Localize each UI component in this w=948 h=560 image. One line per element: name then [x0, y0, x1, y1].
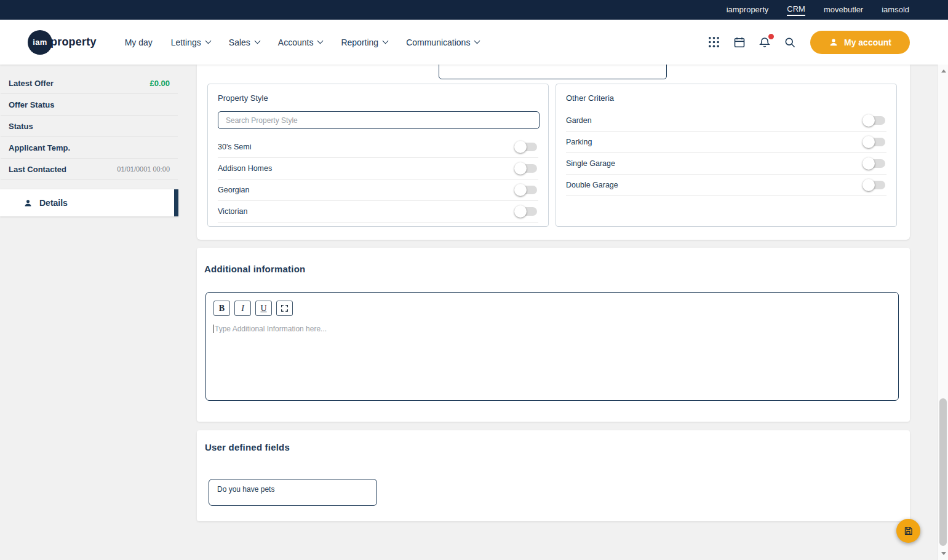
criteria-card: Property Style 30's Semi Addison Homes G… [197, 65, 910, 240]
toggle-switch[interactable] [516, 186, 537, 194]
toggle-knob [514, 141, 527, 153]
underline-button[interactable]: U [255, 301, 272, 316]
property-style-option-row: Georgian [218, 179, 538, 201]
toggle-switch[interactable] [864, 116, 885, 125]
notifications-bell-icon[interactable] [758, 36, 771, 49]
save-icon [903, 526, 914, 536]
nav-label: Communications [406, 37, 470, 47]
toggle-switch[interactable] [516, 164, 537, 173]
my-account-label: My account [844, 37, 891, 47]
person-icon [829, 37, 838, 47]
nav-label: Sales [229, 37, 250, 47]
topbar-link-crm[interactable]: CRM [787, 4, 805, 16]
option-label: Single Garage [566, 159, 615, 168]
property-style-option-row: Addison Homes [218, 158, 538, 179]
sidebar: Latest Offer £0.00 Offer Status Status A… [0, 65, 178, 560]
save-fab-button[interactable] [896, 519, 920, 543]
apps-grid-icon[interactable] [707, 36, 721, 49]
field-label: Applicant Temp. [9, 143, 70, 152]
nav-accounts[interactable]: Accounts [278, 37, 323, 47]
property-style-option-row: Victorian [218, 201, 538, 223]
user-defined-fields-card: User defined fields Do you have pets [197, 430, 910, 521]
fullscreen-icon [281, 304, 289, 312]
notification-badge [767, 33, 775, 41]
toggle-knob [862, 136, 875, 148]
fullscreen-button[interactable] [276, 301, 293, 316]
option-label: Parking [566, 138, 592, 146]
nav-label: Accounts [278, 37, 314, 47]
details-label: Details [39, 198, 68, 208]
property-style-search-input[interactable] [218, 111, 540, 129]
nav-communications[interactable]: Communications [406, 37, 479, 47]
cutoff-search-input[interactable] [439, 65, 667, 79]
nav-lettings[interactable]: Lettings [171, 37, 210, 47]
sidebar-field-applicant-temp: Applicant Temp. [1, 137, 178, 159]
topbar-link-iamproperty[interactable]: iamproperty [727, 5, 769, 15]
sidebar-field-latest-offer: Latest Offer £0.00 [1, 73, 178, 94]
scrollbar-down-arrow[interactable] [938, 548, 948, 559]
italic-button[interactable]: I [234, 301, 251, 316]
toggle-knob [862, 114, 875, 127]
iamproperty-logo[interactable]: iam property [28, 30, 97, 55]
text-caret [213, 325, 214, 333]
field-label: Offer Status [9, 100, 54, 109]
toggle-switch[interactable] [864, 181, 885, 189]
rich-text-editor[interactable]: B I U Type Additional Information here..… [205, 292, 899, 401]
option-label: 30's Semi [218, 143, 252, 151]
nav-label: Lettings [171, 37, 201, 47]
editor-toolbar: B I U [206, 293, 898, 316]
chevron-down-icon [383, 38, 389, 44]
other-criteria-option-row: Double Garage [566, 175, 886, 196]
bold-button[interactable]: B [213, 301, 230, 316]
header-icons [707, 36, 797, 49]
topbar-link-movebutler[interactable]: movebutler [824, 5, 863, 15]
other-criteria-panel: Other Criteria Garden Parking Single Gar… [556, 84, 897, 227]
property-style-option-row: 30's Semi [218, 136, 538, 158]
sidebar-field-offer-status: Offer Status [1, 94, 178, 116]
topbar: iamproperty CRM movebutler iamsold [0, 0, 948, 20]
property-style-panel: Property Style 30's Semi Addison Homes G… [207, 84, 549, 227]
calendar-icon[interactable] [733, 36, 746, 49]
option-label: Double Garage [566, 181, 618, 189]
other-criteria-option-row: Single Garage [566, 153, 886, 175]
toggle-switch[interactable] [516, 143, 537, 151]
my-account-button[interactable]: My account [810, 31, 910, 54]
chevron-down-icon [254, 38, 260, 44]
option-label: Garden [566, 116, 592, 125]
app-header: iam property My day Lettings Sales Accou… [0, 20, 948, 65]
toggle-switch[interactable] [864, 159, 885, 168]
toggle-switch[interactable] [864, 138, 885, 146]
field-label: Latest Offer [9, 79, 54, 88]
person-icon [23, 199, 33, 208]
sidebar-item-details[interactable]: Details [0, 189, 178, 216]
chevron-down-icon [205, 38, 211, 44]
field-value: 01/01/0001 00:00 [117, 165, 170, 173]
main-nav: My day Lettings Sales Accounts Reporting… [125, 37, 480, 47]
nav-reporting[interactable]: Reporting [341, 37, 388, 47]
field-value: £0.00 [149, 79, 170, 88]
editor-content-area[interactable]: Type Additional Information here... [213, 325, 898, 333]
toggle-knob [514, 184, 527, 196]
toggle-knob [862, 157, 875, 170]
user-defined-fields-title: User defined fields [205, 442, 290, 452]
scrollbar-up-arrow[interactable] [938, 66, 948, 76]
topbar-link-iamsold[interactable]: iamsold [882, 5, 909, 15]
nav-sales[interactable]: Sales [229, 37, 260, 47]
option-label: Addison Homes [218, 164, 272, 173]
option-label: Georgian [218, 186, 249, 194]
scrollbar-thumb[interactable] [939, 398, 947, 546]
chevron-down-icon [474, 38, 480, 44]
nav-my-day[interactable]: My day [125, 37, 153, 47]
editor-placeholder: Type Additional Information here... [215, 325, 327, 333]
other-criteria-option-row: Parking [566, 132, 886, 153]
triangle-up-icon [941, 69, 946, 73]
sidebar-field-status: Status [1, 116, 178, 137]
toggle-knob [514, 205, 527, 218]
vertical-scrollbar[interactable] [938, 65, 948, 560]
toggle-switch[interactable] [516, 207, 537, 216]
udf-field-do-you-have-pets[interactable]: Do you have pets [209, 479, 377, 506]
chevron-down-icon [317, 38, 324, 44]
udf-field-label: Do you have pets [217, 485, 274, 494]
other-criteria-title: Other Criteria [566, 93, 886, 103]
search-icon[interactable] [783, 36, 797, 49]
